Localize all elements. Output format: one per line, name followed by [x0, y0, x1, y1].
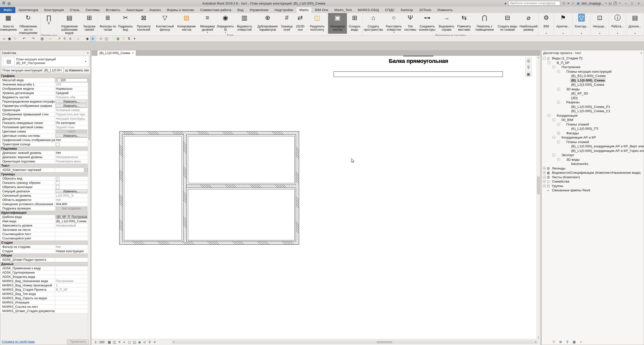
property-value[interactable]	[55, 309, 88, 313]
ribbon-button[interactable]: # Граница осей ▾	[279, 13, 294, 34]
ribbon-button[interactable]: ▽ Контекстный фильтр ▾	[154, 13, 176, 34]
ribbon-button[interactable]: ⊕ Дублирование параметров ▾	[256, 13, 279, 34]
selection-link-toggle-icon[interactable]: ▽	[552, 340, 556, 344]
schedules-icon[interactable]: ▦	[115, 36, 121, 41]
ribbon-tab[interactable]: Файл	[0, 7, 15, 13]
beam-element[interactable]	[334, 71, 503, 77]
property-row[interactable]: MARKS_Штамп_Стадия документации	[0, 309, 88, 313]
tree-item[interactable]: Navisworks	[542, 162, 644, 166]
tree-item[interactable]: + ▤ Легенды	[542, 166, 644, 171]
tree-item-label[interactable]: В_П_КР	[556, 61, 570, 65]
property-row[interactable]: MARKS_Итерация	[0, 300, 88, 305]
navigation-box-icon[interactable]: ▣	[525, 71, 532, 77]
tree-item[interactable]: − Координация	[542, 113, 644, 118]
tree-item-label[interactable]: Виды (1_Стадия П)	[551, 56, 583, 60]
property-row[interactable]: Секущий диапазон Изменить...	[0, 189, 88, 194]
tree-item-label[interactable]: (K)_L1(0.000)_ГП	[570, 127, 599, 131]
aligned-dimension-icon[interactable]: ↗	[57, 36, 62, 41]
property-value[interactable]	[55, 228, 88, 232]
tree-item-label[interactable]: Связанные файлы Revit	[551, 188, 591, 192]
tree-expand-icon[interactable]: +	[543, 185, 546, 187]
tree-expand-icon[interactable]: −	[552, 136, 555, 139]
property-row[interactable]: ADSK_Комплект чертежей	[0, 168, 88, 172]
tree-item[interactable]: (B)_КР_3D	[542, 91, 644, 96]
interior-wall-vertical[interactable]	[183, 135, 187, 241]
switch-windows-icon[interactable]: ◫ true	[104, 36, 113, 41]
tree-item-label[interactable]: Группы	[551, 184, 564, 188]
tree-expand-icon[interactable]: +	[543, 171, 546, 174]
tree-expand-icon[interactable]: −	[557, 123, 560, 126]
property-value[interactable]: 304,800	[55, 202, 88, 206]
property-row[interactable]: MARKS_Ссылка на лист	[0, 305, 88, 309]
tree-item-label[interactable]: Построение	[561, 65, 581, 69]
ribbon-tab[interactable]: Анализ	[146, 7, 164, 13]
tree-item-label[interactable]: 00_BIM	[561, 118, 574, 122]
measure-icon[interactable]: ▭ true	[48, 36, 56, 41]
property-row[interactable]: Подрезка проекции Без подрезки	[0, 206, 88, 211]
property-row[interactable]: Ориентация подложки Посмотреть вниз	[0, 159, 88, 164]
scrollbar-thumb[interactable]	[537, 177, 540, 194]
view-tab[interactable]: (B)_L1(0.000)_Схема ×	[97, 50, 136, 56]
ribbon-button[interactable]: ⊶ Соединить коннекторы ▾	[417, 13, 438, 34]
property-value[interactable]	[83, 262, 88, 266]
tree-item[interactable]: + ▥ Листы (Комплект)	[542, 175, 644, 180]
property-row[interactable]: Переопределения видимости/графи... Измен…	[0, 100, 88, 104]
property-row[interactable]: Заголовок на листе	[0, 228, 88, 232]
property-value[interactable]: Изменить...	[56, 100, 87, 103]
ribbon-button[interactable]: ∏ ⚲ ▾	[43, 13, 55, 34]
property-value[interactable]	[55, 292, 88, 296]
property-row[interactable]: Фильтр по стадиям Нет	[0, 245, 88, 249]
ribbon-button[interactable]: ↻ Обновление зон по помещениям ▾	[16, 13, 40, 37]
property-value[interactable]: 100	[55, 82, 88, 87]
ribbon-button[interactable]: ≡ Менеджер уровней ▾	[197, 13, 217, 34]
property-value[interactable]: Нет	[55, 151, 88, 155]
detail-level-icon[interactable]: ◫	[112, 340, 116, 344]
property-value[interactable]	[55, 300, 88, 305]
property-value[interactable]	[55, 258, 88, 262]
property-row[interactable]: Общие	[0, 253, 88, 258]
property-row[interactable]: Обрезать аннотации	[0, 185, 88, 189]
ribbon-tab[interactable]: KartsUp	[398, 7, 416, 13]
ribbon-tab[interactable]: СПДС	[382, 7, 398, 13]
ribbon-tab[interactable]: MARKS-ОБЩ	[355, 7, 382, 13]
apply-button[interactable]: Применить	[67, 339, 89, 344]
property-value[interactable]: Несущие конструкц...	[55, 117, 88, 121]
view-tab-close-icon[interactable]: ×	[132, 51, 134, 55]
ribbon-tab[interactable]: Изменить	[434, 7, 456, 13]
tree-item-label[interactable]: Планы несущих конструкций	[566, 70, 612, 73]
ribbon-tab[interactable]: Архитектура	[15, 7, 41, 13]
property-row[interactable]: MARKS_Вид_Тип вида	[0, 292, 88, 296]
property-value[interactable]: 1 : 100	[55, 78, 88, 82]
property-row[interactable]: Текст	[0, 164, 88, 168]
help-menu-caret-icon[interactable]: ▾	[619, 2, 620, 5]
selection-face-toggle-icon[interactable]: ▦	[572, 340, 576, 344]
tree-item-label[interactable]: Семейства	[551, 180, 570, 183]
tree-item-label[interactable]: 3D виды	[566, 87, 580, 91]
property-value[interactable]	[83, 241, 88, 245]
property-row[interactable]: Идентификация	[0, 211, 88, 215]
tree-item-label[interactable]: (B)_КР_3D	[570, 92, 589, 95]
tree-expand-icon[interactable]: +	[543, 167, 546, 170]
tree-expand-icon[interactable]: −	[552, 66, 555, 68]
property-row[interactable]: Цветовые схемы системы Изменить...	[0, 134, 88, 138]
ribbon-tab[interactable]: Аннотации	[123, 7, 146, 13]
tree-item[interactable]: + ▢ Семейства	[542, 179, 644, 184]
property-row[interactable]: Уровень детализации Средний	[0, 91, 88, 95]
floor-plan[interactable]	[119, 131, 299, 245]
type-selector-preview[interactable]: ▤ План несущих конструкций (B)_КР_Постро…	[1, 56, 89, 67]
app-store-cart-icon[interactable]: ⊔	[609, 1, 612, 6]
ribbon-button[interactable]: ▥ Ведомость отверстий ▾	[233, 13, 256, 34]
ribbon-panel-label[interactable]	[574, 31, 589, 35]
redo-icon[interactable]: ↷ true	[31, 36, 39, 41]
ribbon-button[interactable]: ▨ Копирование листов ▾	[176, 13, 197, 34]
canvas-vertical-scrollbar[interactable]: ▲ ▼	[537, 56, 540, 339]
type-selector-caret-icon[interactable]: ▾	[85, 60, 89, 63]
ribbon-panel-label[interactable]	[592, 31, 607, 35]
tree-item[interactable]: − Экспорт	[542, 153, 644, 157]
property-row[interactable]: Область видимости Нет	[0, 198, 88, 202]
property-value[interactable]: (B)_КР_П_Построение	[56, 215, 87, 219]
text-icon[interactable]: A	[68, 36, 73, 41]
tree-item[interactable]: − 3D виды	[542, 87, 644, 92]
ribbon-tab[interactable]: Вставить	[103, 7, 123, 13]
tree-item-label[interactable]: Планы этажей	[566, 140, 590, 144]
